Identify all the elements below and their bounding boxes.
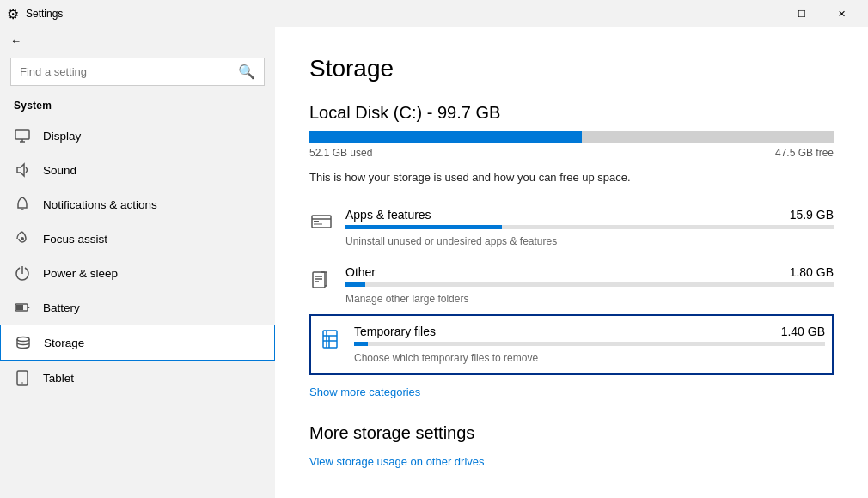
svg-rect-18 xyxy=(313,272,325,288)
title-bar-title: Settings xyxy=(26,8,63,20)
svg-point-11 xyxy=(17,337,29,342)
disk-title: Local Disk (C:) - 99.7 GB xyxy=(309,103,834,123)
power-icon xyxy=(14,264,31,282)
temp-name: Temporary files xyxy=(354,325,436,338)
sound-icon xyxy=(14,161,31,179)
title-bar-left: ⚙ Settings xyxy=(7,6,63,22)
back-icon: ← xyxy=(10,34,21,47)
category-row-temp[interactable]: Temporary files 1.40 GB Choose which tem… xyxy=(309,314,834,375)
storage-icon xyxy=(15,334,32,351)
main-content: Storage Local Disk (C:) - 99.7 GB 52.1 G… xyxy=(275,27,868,498)
svg-point-13 xyxy=(21,382,23,384)
other-icon xyxy=(309,267,333,291)
page-title: Storage xyxy=(309,55,834,82)
free-label: 47.5 GB free xyxy=(775,147,834,159)
storage-bar-container: 52.1 GB used 47.5 GB free xyxy=(309,131,834,159)
search-icon: 🔍 xyxy=(238,64,255,80)
sidebar-item-tablet[interactable]: Tablet xyxy=(0,361,275,395)
sidebar: ← 🔍 System Display xyxy=(0,27,275,498)
sidebar-label-sound: Sound xyxy=(43,164,76,177)
sidebar-item-storage[interactable]: Storage xyxy=(0,325,275,361)
storage-bar-track xyxy=(309,131,834,143)
svg-rect-22 xyxy=(323,331,337,348)
focus-icon xyxy=(14,230,31,247)
sidebar-item-notifications[interactable]: Notifications & actions xyxy=(0,187,275,222)
sidebar-label-display: Display xyxy=(43,130,81,143)
apps-size: 15.9 GB xyxy=(790,208,834,222)
more-settings-link[interactable]: View storage usage on other drives xyxy=(309,455,485,468)
temp-details: Temporary files 1.40 GB Choose which tem… xyxy=(354,325,825,365)
sidebar-label-power: Power & sleep xyxy=(43,267,118,280)
show-more-link[interactable]: Show more categories xyxy=(309,386,420,398)
title-bar-controls: — ☐ ✕ xyxy=(743,0,861,27)
apps-icon xyxy=(309,210,333,234)
battery-icon xyxy=(14,299,31,316)
close-button[interactable]: ✕ xyxy=(822,0,861,27)
sidebar-label-storage: Storage xyxy=(44,337,84,349)
category-row-other[interactable]: Other 1.80 GB Manage other large folders xyxy=(309,257,834,314)
apps-details: Apps & features 15.9 GB Uninstall unused… xyxy=(345,208,834,248)
category-row-apps[interactable]: Apps & features 15.9 GB Uninstall unused… xyxy=(309,199,834,257)
tablet-icon xyxy=(14,369,31,386)
apps-top: Apps & features 15.9 GB xyxy=(345,208,834,222)
maximize-button[interactable]: ☐ xyxy=(782,0,822,27)
sidebar-label-battery: Battery xyxy=(43,301,80,314)
temp-bar-track xyxy=(354,342,825,346)
temp-bar-fill xyxy=(354,342,368,346)
other-details: Other 1.80 GB Manage other large folders xyxy=(345,265,834,306)
other-bar-track xyxy=(345,282,834,287)
other-sub: Manage other large folders xyxy=(345,293,468,305)
other-top: Other 1.80 GB xyxy=(345,265,834,279)
svg-point-5 xyxy=(21,197,23,198)
temp-top: Temporary files 1.40 GB xyxy=(354,325,825,338)
other-name: Other xyxy=(345,265,376,279)
display-icon xyxy=(14,127,31,144)
apps-sub: Uninstall unused or undesired apps & fea… xyxy=(345,235,557,247)
temp-size: 1.40 GB xyxy=(781,325,825,338)
apps-name: Apps & features xyxy=(345,208,431,222)
sidebar-item-power[interactable]: Power & sleep xyxy=(0,256,275,290)
more-settings-title: More storage settings xyxy=(309,423,834,443)
svg-marker-3 xyxy=(17,164,24,176)
sidebar-item-focus[interactable]: Focus assist xyxy=(0,222,275,256)
used-label: 52.1 GB used xyxy=(309,147,372,159)
app-icon: ⚙ xyxy=(7,6,19,22)
apps-bar-fill xyxy=(345,225,502,229)
svg-rect-0 xyxy=(15,130,29,139)
sidebar-item-battery[interactable]: Battery xyxy=(0,290,275,325)
sidebar-label-notifications: Notifications & actions xyxy=(43,198,157,211)
temp-icon xyxy=(318,326,342,350)
storage-bar-labels: 52.1 GB used 47.5 GB free xyxy=(309,147,834,159)
sidebar-item-display[interactable]: Display xyxy=(0,118,275,153)
svg-rect-17 xyxy=(314,223,322,225)
storage-bar-fill xyxy=(309,131,582,143)
other-bar-fill xyxy=(345,282,365,287)
apps-bar-track xyxy=(345,225,834,229)
svg-point-6 xyxy=(21,237,24,240)
svg-rect-10 xyxy=(16,305,23,310)
search-input[interactable] xyxy=(20,65,231,78)
sidebar-item-sound[interactable]: Sound xyxy=(0,153,275,187)
search-box[interactable]: 🔍 xyxy=(10,58,265,86)
notifications-icon xyxy=(14,196,31,213)
svg-rect-16 xyxy=(314,221,319,222)
sidebar-label-focus: Focus assist xyxy=(43,233,107,246)
temp-sub: Choose which temporary files to remove xyxy=(354,352,538,364)
title-bar: ⚙ Settings — ☐ ✕ xyxy=(0,0,868,27)
other-size: 1.80 GB xyxy=(790,265,834,279)
minimize-button[interactable]: — xyxy=(743,0,782,27)
section-title: System xyxy=(0,96,275,118)
app-body: ← 🔍 System Display xyxy=(0,27,868,498)
sidebar-label-tablet: Tablet xyxy=(43,372,74,385)
back-button[interactable]: ← xyxy=(0,27,275,54)
storage-description: This is how your storage is used and how… xyxy=(309,171,834,184)
